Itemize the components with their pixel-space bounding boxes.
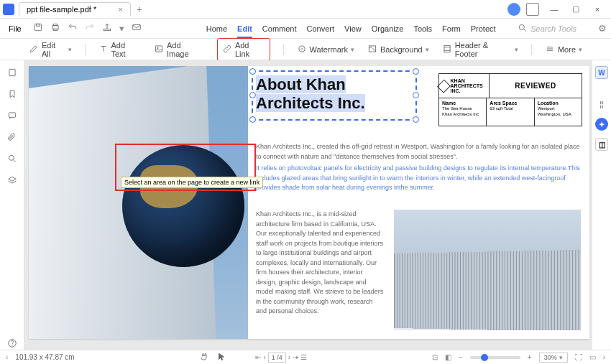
page-menu-icon[interactable]: ☰ bbox=[300, 353, 307, 361]
pencil-icon bbox=[29, 44, 39, 55]
app-menu-icon[interactable] bbox=[526, 3, 539, 16]
tab-home[interactable]: Home bbox=[206, 24, 227, 33]
user-avatar[interactable] bbox=[507, 3, 520, 16]
svg-point-7 bbox=[520, 24, 525, 29]
first-page-icon[interactable]: ⇤ bbox=[255, 353, 261, 361]
close-tab-icon[interactable]: × bbox=[118, 5, 122, 14]
help-icon[interactable] bbox=[7, 338, 17, 350]
file-menu[interactable]: File bbox=[4, 23, 26, 34]
mail-icon[interactable] bbox=[132, 22, 142, 34]
ai-assistant-icon[interactable]: ✦ bbox=[595, 118, 608, 131]
print-icon[interactable] bbox=[50, 22, 60, 34]
minimize-button[interactable]: — bbox=[543, 2, 565, 17]
zoom-out-icon[interactable]: − bbox=[459, 353, 463, 361]
fullscreen-icon[interactable]: ⛶ bbox=[575, 353, 582, 361]
paragraph-1: Khan Architects Inc., created this off-g… bbox=[256, 142, 583, 162]
search-panel-icon[interactable] bbox=[7, 154, 17, 165]
attachment-panel-icon[interactable] bbox=[7, 132, 17, 144]
word-export-icon[interactable]: W bbox=[595, 66, 608, 79]
bookmark-panel-icon[interactable] bbox=[7, 89, 17, 101]
prev-page-icon[interactable]: ‹ bbox=[263, 353, 265, 361]
svg-rect-8 bbox=[155, 45, 162, 51]
paragraph-3: Khan Architects Inc., is a mid-sized arc… bbox=[256, 210, 385, 317]
more-icon bbox=[545, 44, 555, 55]
zoom-in-icon[interactable]: + bbox=[528, 353, 532, 361]
close-window-button[interactable]: × bbox=[587, 2, 608, 17]
document-heading: About Khan Architects Inc. bbox=[256, 75, 414, 113]
svg-rect-11 bbox=[369, 45, 375, 51]
tab-protect[interactable]: Protect bbox=[471, 24, 496, 33]
tab-organize[interactable]: Organize bbox=[372, 24, 404, 33]
svg-rect-2 bbox=[52, 26, 58, 29]
add-link-tooltip: Select an area on the page to create a n… bbox=[121, 177, 263, 188]
tab-view[interactable]: View bbox=[344, 24, 362, 33]
thumbnail-panel-icon[interactable] bbox=[7, 67, 17, 79]
search-tools-input[interactable]: Search Tools bbox=[530, 24, 576, 33]
qat-more-icon[interactable]: ▾ bbox=[119, 23, 124, 34]
hand-tool-icon[interactable] bbox=[199, 352, 209, 363]
hero-photo bbox=[29, 66, 248, 339]
tab-convert[interactable]: Convert bbox=[307, 24, 335, 33]
review-stamp: KHAN ARCHITECTS INC. REVIEWED NameThe Se… bbox=[438, 73, 582, 126]
background-button[interactable]: Background▾ bbox=[367, 44, 429, 55]
add-image-button[interactable]: Add Image bbox=[154, 41, 204, 58]
background-icon bbox=[367, 44, 377, 55]
svg-rect-6 bbox=[132, 25, 140, 30]
right-panel-icon[interactable]: ◫ bbox=[595, 138, 608, 151]
scroll-right-icon[interactable]: › bbox=[603, 353, 605, 361]
page-input[interactable]: 1 /4 bbox=[268, 353, 286, 363]
tab-comment[interactable]: Comment bbox=[262, 24, 297, 33]
svg-rect-13 bbox=[9, 69, 14, 75]
scroll-left-icon[interactable]: ‹ bbox=[6, 353, 8, 361]
svg-rect-12 bbox=[444, 45, 450, 52]
tab-edit[interactable]: Edit bbox=[237, 24, 252, 33]
svg-rect-14 bbox=[9, 113, 15, 117]
zoom-slider[interactable] bbox=[470, 356, 520, 359]
svg-rect-5 bbox=[104, 29, 110, 30]
add-text-button[interactable]: Add Text bbox=[98, 41, 141, 58]
header-footer-icon bbox=[442, 44, 452, 55]
edit-all-button[interactable]: Edit All▾ bbox=[29, 41, 72, 58]
last-page-icon[interactable]: ⇥ bbox=[293, 353, 298, 361]
add-link-button[interactable]: Add Link bbox=[217, 38, 270, 61]
svg-rect-3 bbox=[53, 24, 57, 25]
save-icon[interactable] bbox=[33, 22, 43, 34]
app-icon bbox=[3, 4, 14, 15]
zoom-select[interactable]: 30%▾ bbox=[539, 353, 568, 363]
search-icon bbox=[518, 23, 528, 34]
watermark-button[interactable]: Watermark▾ bbox=[297, 44, 354, 55]
redo-icon[interactable] bbox=[85, 22, 95, 34]
cursor-position: 101.93 x 47.87 cm bbox=[15, 353, 74, 361]
document-tab[interactable]: ppt file-sample.pdf * × bbox=[19, 2, 131, 16]
fit-width-icon[interactable]: ⊡ bbox=[432, 353, 438, 361]
svg-point-17 bbox=[12, 345, 12, 346]
header-footer-button[interactable]: Header & Footer▾ bbox=[442, 41, 518, 58]
watermark-icon bbox=[297, 44, 307, 55]
paragraph-2: It relies on photovoltaic panels for ele… bbox=[256, 164, 583, 193]
link-icon bbox=[222, 44, 232, 55]
comment-panel-icon[interactable] bbox=[7, 111, 17, 122]
maximize-button[interactable]: ▢ bbox=[565, 2, 587, 17]
svg-point-15 bbox=[9, 155, 14, 160]
share-icon[interactable] bbox=[102, 22, 112, 34]
next-page-icon[interactable]: › bbox=[288, 353, 290, 361]
settings-icon[interactable]: ⚙ bbox=[598, 23, 607, 34]
new-tab-button[interactable]: + bbox=[137, 4, 142, 15]
read-mode-icon[interactable]: ▭ bbox=[589, 353, 596, 361]
tab-form[interactable]: Form bbox=[442, 24, 461, 33]
fit-page-icon[interactable]: ◧ bbox=[445, 353, 451, 361]
right-tools-icon[interactable]: ¦¦ bbox=[595, 98, 608, 111]
image-icon bbox=[154, 44, 164, 55]
text-icon bbox=[98, 44, 109, 55]
select-tool-icon[interactable] bbox=[216, 352, 226, 363]
svg-rect-1 bbox=[36, 24, 40, 26]
layers-panel-icon[interactable] bbox=[7, 175, 17, 187]
secondary-photo bbox=[394, 210, 581, 330]
svg-rect-0 bbox=[35, 24, 41, 30]
tab-title: ppt file-sample.pdf * bbox=[27, 5, 96, 14]
svg-rect-4 bbox=[53, 29, 57, 30]
document-page[interactable]: About Khan Architects Inc. KHAN ARCHITEC… bbox=[29, 66, 589, 339]
more-button[interactable]: More▾ bbox=[545, 44, 582, 55]
tab-tools[interactable]: Tools bbox=[413, 24, 432, 33]
undo-icon[interactable] bbox=[68, 22, 78, 34]
